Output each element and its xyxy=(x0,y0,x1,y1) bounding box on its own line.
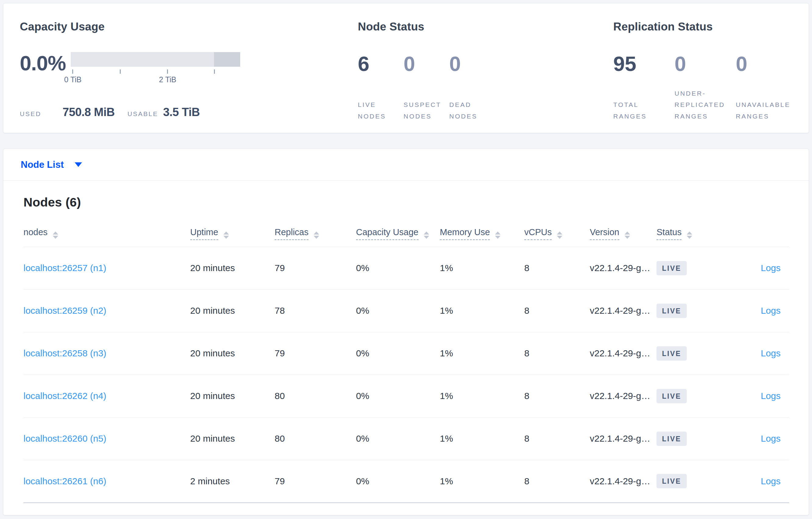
capacity-cell: 0% xyxy=(356,289,440,332)
table-row: localhost:26262 (n4) 20 minutes 80 0% 1%… xyxy=(24,375,789,417)
sort-icon xyxy=(314,232,319,239)
capacity-usage-section: Capacity Usage 0.0% 0 TiB 2 TiB xyxy=(20,21,337,119)
version-cell: v22.1.4-29-g… xyxy=(590,375,657,417)
replicas-cell: 79 xyxy=(274,247,356,289)
replication-status-title: Replication Status xyxy=(613,21,802,33)
col-header-status[interactable]: Status xyxy=(657,219,733,247)
view-selector-bar: Node List xyxy=(3,149,809,181)
capacity-cell: 0% xyxy=(356,375,440,417)
col-header-replicas[interactable]: Replicas xyxy=(274,219,356,247)
logs-link[interactable]: Logs xyxy=(761,476,781,486)
replicas-cell: 79 xyxy=(274,460,356,502)
memory-cell: 1% xyxy=(440,332,524,375)
logs-link[interactable]: Logs xyxy=(761,348,781,358)
capacity-cell: 0% xyxy=(356,460,440,502)
node-link[interactable]: localhost:26261 (n6) xyxy=(24,476,106,486)
total-ranges-label: TOTAL RANGES xyxy=(613,99,674,122)
under-replicated-ranges-stat: 0 UNDER-REPLICATED RANGES xyxy=(674,53,736,122)
capacity-bar-usable-segment xyxy=(71,52,214,67)
unavailable-count: 0 xyxy=(736,53,801,74)
status-badge: LIVE xyxy=(657,474,687,488)
status-badge: LIVE xyxy=(657,432,687,446)
col-header-vcpus[interactable]: vCPUs xyxy=(524,219,590,247)
node-list-panel: Node List Nodes (6) nodes Uptime Replica… xyxy=(3,149,809,515)
node-link[interactable]: localhost:26257 (n1) xyxy=(24,263,106,273)
unavailable-label: UNAVAILABLE RANGES xyxy=(736,99,801,122)
node-list-dropdown[interactable]: Node List xyxy=(21,159,82,170)
col-header-logs-empty xyxy=(733,219,789,247)
under-replicated-label: UNDER-REPLICATED RANGES xyxy=(674,88,736,122)
replication-status-section: Replication Status 95 TOTAL RANGES 0 UND… xyxy=(613,21,802,122)
axis-tick xyxy=(167,69,168,74)
col-header-capacity-usage[interactable]: Capacity Usage xyxy=(356,219,440,247)
uptime-cell: 20 minutes xyxy=(190,289,274,332)
live-nodes-count: 6 xyxy=(358,53,404,74)
table-row: localhost:26259 (n2) 20 minutes 78 0% 1%… xyxy=(24,289,789,332)
capacity-cell: 0% xyxy=(356,332,440,375)
col-header-version[interactable]: Version xyxy=(590,219,657,247)
version-cell: v22.1.4-29-g… xyxy=(590,247,657,289)
node-link[interactable]: localhost:26258 (n3) xyxy=(24,348,106,358)
node-link[interactable]: localhost:26262 (n4) xyxy=(24,391,106,401)
suspect-nodes-label: SUSPECT NODES xyxy=(404,99,449,122)
sort-icon xyxy=(495,232,500,239)
axis-tick xyxy=(214,69,215,74)
axis-tick xyxy=(72,69,73,74)
used-value: 750.8 MiB xyxy=(62,106,115,119)
capacity-percent-value: 0.0% xyxy=(20,53,71,84)
logs-link[interactable]: Logs xyxy=(761,263,781,273)
memory-cell: 1% xyxy=(440,289,524,332)
capacity-usage-title: Capacity Usage xyxy=(20,21,337,33)
table-row: localhost:26257 (n1) 20 minutes 79 0% 1%… xyxy=(24,247,789,289)
live-nodes-stat: 6 LIVE NODES xyxy=(358,53,404,122)
replicas-cell: 80 xyxy=(274,375,356,417)
cluster-summary-panel: Capacity Usage 0.0% 0 TiB 2 TiB xyxy=(3,3,809,133)
table-header-row: nodes Uptime Replicas Capacity Usage Mem… xyxy=(24,219,789,247)
vcpus-cell: 8 xyxy=(524,375,590,417)
capacity-used-usable-row: USED 750.8 MiB USABLE 3.5 TiB xyxy=(20,106,337,119)
sort-icon xyxy=(625,232,630,239)
table-row: localhost:26258 (n3) 20 minutes 79 0% 1%… xyxy=(24,332,789,375)
col-header-memory-use[interactable]: Memory Use xyxy=(440,219,524,247)
live-nodes-label: LIVE NODES xyxy=(358,99,404,122)
col-header-uptime[interactable]: Uptime xyxy=(190,219,274,247)
logs-link[interactable]: Logs xyxy=(761,433,781,444)
vcpus-cell: 8 xyxy=(524,460,590,502)
vcpus-cell: 8 xyxy=(524,289,590,332)
nodes-table-area: Nodes (6) nodes Uptime Replicas Capacity… xyxy=(3,195,809,503)
node-link[interactable]: localhost:26259 (n2) xyxy=(24,305,106,315)
sort-icon xyxy=(687,232,692,239)
capacity-axis-ticks xyxy=(71,69,240,74)
uptime-cell: 20 minutes xyxy=(190,375,274,417)
logs-link[interactable]: Logs xyxy=(761,305,781,315)
suspect-nodes-stat: 0 SUSPECT NODES xyxy=(404,53,449,122)
vcpus-cell: 8 xyxy=(524,417,590,460)
uptime-cell: 2 minutes xyxy=(190,460,274,502)
version-cell: v22.1.4-29-g… xyxy=(590,460,657,502)
sort-icon xyxy=(224,232,229,239)
node-status-title: Node Status xyxy=(358,21,589,33)
usable-label: USABLE xyxy=(127,110,158,118)
status-badge: LIVE xyxy=(657,346,687,361)
logs-link[interactable]: Logs xyxy=(761,391,781,401)
memory-cell: 1% xyxy=(440,375,524,417)
status-badge: LIVE xyxy=(657,261,687,275)
replicas-cell: 79 xyxy=(274,332,356,375)
usable-value: 3.5 TiB xyxy=(163,106,200,119)
capacity-cell: 0% xyxy=(356,417,440,460)
capacity-bar-reserved-segment xyxy=(214,52,240,67)
uptime-cell: 20 minutes xyxy=(190,247,274,289)
col-header-nodes[interactable]: nodes xyxy=(24,219,190,247)
axis-tick-label: 2 TiB xyxy=(159,75,176,84)
dead-nodes-label: DEAD NODES xyxy=(449,99,495,122)
uptime-cell: 20 minutes xyxy=(190,332,274,375)
capacity-bar: 0 TiB 2 TiB xyxy=(71,52,240,84)
memory-cell: 1% xyxy=(440,247,524,289)
node-link[interactable]: localhost:26260 (n5) xyxy=(24,433,106,444)
memory-cell: 1% xyxy=(440,460,524,502)
vcpus-cell: 8 xyxy=(524,332,590,375)
version-cell: v22.1.4-29-g… xyxy=(590,289,657,332)
capacity-cell: 0% xyxy=(356,247,440,289)
suspect-nodes-count: 0 xyxy=(404,53,449,74)
table-row: localhost:26260 (n5) 20 minutes 80 0% 1%… xyxy=(24,417,789,460)
